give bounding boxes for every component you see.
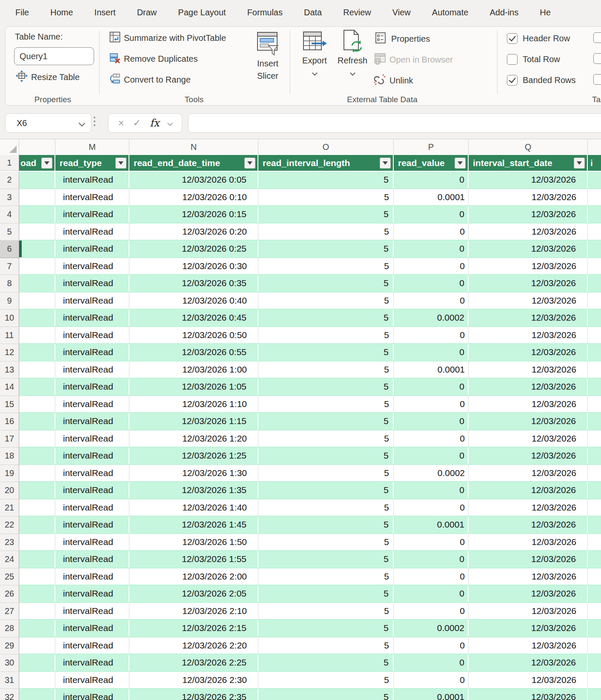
header-cell-clipped-right[interactable]: i xyxy=(588,155,601,171)
external-properties-button[interactable]: Properties xyxy=(375,32,430,46)
cell-clipped-right[interactable] xyxy=(588,568,601,585)
cell-interval-start-date[interactable]: 12/03/2026 xyxy=(469,413,588,430)
cell-clipped-left[interactable] xyxy=(19,603,55,620)
cell-interval-start-date[interactable]: 12/03/2026 xyxy=(469,189,588,206)
cell-read-interval-length[interactable]: 5 xyxy=(258,293,394,309)
cell-interval-start-date[interactable]: 12/03/2026 xyxy=(469,206,588,223)
cell-read-type[interactable]: intervalRead xyxy=(55,534,129,551)
cell-read-interval-length[interactable]: 5 xyxy=(258,430,394,447)
cell-read-type[interactable]: intervalRead xyxy=(55,189,129,206)
cell-clipped-left[interactable] xyxy=(19,344,55,361)
cell-read-type[interactable]: intervalRead xyxy=(55,620,129,637)
filter-button[interactable] xyxy=(244,158,255,169)
cell-read-value[interactable]: 0 xyxy=(394,172,469,188)
cell-clipped-right[interactable] xyxy=(588,241,601,257)
cell-read-value[interactable]: 0 xyxy=(394,430,469,447)
cell-clipped-left[interactable] xyxy=(19,551,55,568)
cell-clipped-right[interactable] xyxy=(588,551,601,568)
cell-clipped-left[interactable] xyxy=(19,516,55,533)
cell-interval-start-date[interactable]: 12/03/2026 xyxy=(469,654,588,671)
cell-read-type[interactable]: intervalRead xyxy=(55,499,129,516)
cell-read-interval-length[interactable]: 5 xyxy=(258,603,394,620)
name-box[interactable]: X6 xyxy=(5,113,92,133)
column-header-n[interactable]: N xyxy=(129,139,258,155)
cell-read-end-date-time[interactable]: 12/03/2026 0:10 xyxy=(129,189,258,206)
cell-read-interval-length[interactable]: 5 xyxy=(258,224,394,240)
cell-read-end-date-time[interactable]: 12/03/2026 0:50 xyxy=(129,327,258,344)
cell-read-interval-length[interactable]: 5 xyxy=(258,361,394,378)
cell-read-type[interactable]: intervalRead xyxy=(55,654,129,671)
cell-read-end-date-time[interactable]: 12/03/2026 1:45 xyxy=(129,516,258,533)
column-header-r-clipped[interactable] xyxy=(588,139,601,155)
cell-read-end-date-time[interactable]: 12/03/2026 0:30 xyxy=(129,258,258,275)
cell-interval-start-date[interactable]: 12/03/2026 xyxy=(469,172,588,188)
cell-clipped-left[interactable] xyxy=(19,534,55,551)
cell-read-type[interactable]: intervalRead xyxy=(55,310,129,326)
select-all-button[interactable] xyxy=(0,139,19,155)
unlink-button[interactable]: Unlink xyxy=(374,74,413,87)
row-number[interactable]: 8 xyxy=(0,275,19,293)
header-row-checkbox[interactable] xyxy=(507,33,518,44)
cell-clipped-left[interactable] xyxy=(19,224,55,240)
cell-interval-start-date[interactable]: 12/03/2026 xyxy=(469,465,588,482)
tab-insert[interactable]: Insert xyxy=(94,8,116,17)
cell-interval-start-date[interactable]: 12/03/2026 xyxy=(469,689,588,700)
cell-read-end-date-time[interactable]: 12/03/2026 1:50 xyxy=(129,534,258,551)
cell-interval-start-date[interactable]: 12/03/2026 xyxy=(469,603,588,620)
cell-interval-start-date[interactable]: 12/03/2026 xyxy=(469,258,588,275)
cell-read-type[interactable]: intervalRead xyxy=(55,603,129,620)
cell-clipped-right[interactable] xyxy=(588,293,601,309)
cell-read-end-date-time[interactable]: 12/03/2026 2:20 xyxy=(129,637,258,654)
row-number[interactable]: 21 xyxy=(0,499,19,517)
row-number[interactable]: 18 xyxy=(0,448,19,465)
cell-clipped-left[interactable] xyxy=(19,654,55,671)
header-cell-interval-start-date[interactable]: interval_start_date xyxy=(469,155,588,171)
tab-page-layout[interactable]: Page Layout xyxy=(178,8,226,17)
cell-read-type[interactable]: intervalRead xyxy=(55,344,129,361)
cell-clipped-right[interactable] xyxy=(588,327,601,344)
cell-read-interval-length[interactable]: 5 xyxy=(258,344,394,361)
export-button[interactable]: Export xyxy=(298,30,331,77)
cancel-icon[interactable]: × xyxy=(118,117,124,129)
tab-add-ins[interactable]: Add-ins xyxy=(489,8,518,17)
cell-interval-start-date[interactable]: 12/03/2026 xyxy=(469,224,588,240)
row-number[interactable]: 11 xyxy=(0,327,19,344)
tab-automate[interactable]: Automate xyxy=(432,8,469,17)
cell-clipped-right[interactable] xyxy=(588,310,601,326)
cell-read-end-date-time[interactable]: 12/03/2026 1:25 xyxy=(129,448,258,464)
cell-read-value[interactable]: 0 xyxy=(394,258,469,275)
row-number[interactable]: 25 xyxy=(0,568,19,586)
cell-read-type[interactable]: intervalRead xyxy=(55,585,129,602)
cell-read-interval-length[interactable]: 5 xyxy=(258,620,394,637)
refresh-dropdown-chevron-icon[interactable] xyxy=(350,70,355,76)
cell-interval-start-date[interactable]: 12/03/2026 xyxy=(469,585,588,602)
cell-clipped-right[interactable] xyxy=(588,344,601,361)
cell-read-interval-length[interactable]: 5 xyxy=(258,396,394,413)
cell-read-end-date-time[interactable]: 12/03/2026 0:25 xyxy=(129,241,258,257)
row-number[interactable]: 3 xyxy=(0,189,19,207)
cell-interval-start-date[interactable]: 12/03/2026 xyxy=(469,448,588,464)
tab-draw[interactable]: Draw xyxy=(137,8,157,17)
row-number[interactable]: 7 xyxy=(0,258,19,275)
cell-read-type[interactable]: intervalRead xyxy=(55,430,129,447)
cell-read-value[interactable]: 0.0001 xyxy=(394,516,469,533)
cell-read-end-date-time[interactable]: 12/03/2026 2:10 xyxy=(129,603,258,620)
header-cell-clipped-left[interactable]: oad xyxy=(19,155,55,171)
formula-bar-chevron-icon[interactable] xyxy=(168,120,173,126)
cell-read-interval-length[interactable]: 5 xyxy=(258,327,394,344)
cell-clipped-right[interactable] xyxy=(588,482,601,499)
cell-read-end-date-time[interactable]: 12/03/2026 1:00 xyxy=(129,361,258,378)
cell-read-end-date-time[interactable]: 12/03/2026 0:45 xyxy=(129,310,258,326)
cell-clipped-left[interactable] xyxy=(19,465,55,482)
cell-interval-start-date[interactable]: 12/03/2026 xyxy=(469,534,588,551)
cell-clipped-left[interactable] xyxy=(19,620,55,637)
remove-duplicates-button[interactable]: Remove Duplicates xyxy=(109,52,197,66)
cell-read-value[interactable]: 0 xyxy=(394,275,469,292)
cell-read-value[interactable]: 0 xyxy=(394,603,469,620)
cell-read-interval-length[interactable]: 5 xyxy=(258,482,394,499)
cell-read-type[interactable]: intervalRead xyxy=(55,482,129,499)
row-number[interactable]: 27 xyxy=(0,603,19,620)
insert-function-icon[interactable]: fx xyxy=(150,117,159,129)
row-number[interactable]: 2 xyxy=(0,172,19,189)
cell-read-type[interactable]: intervalRead xyxy=(55,465,129,482)
